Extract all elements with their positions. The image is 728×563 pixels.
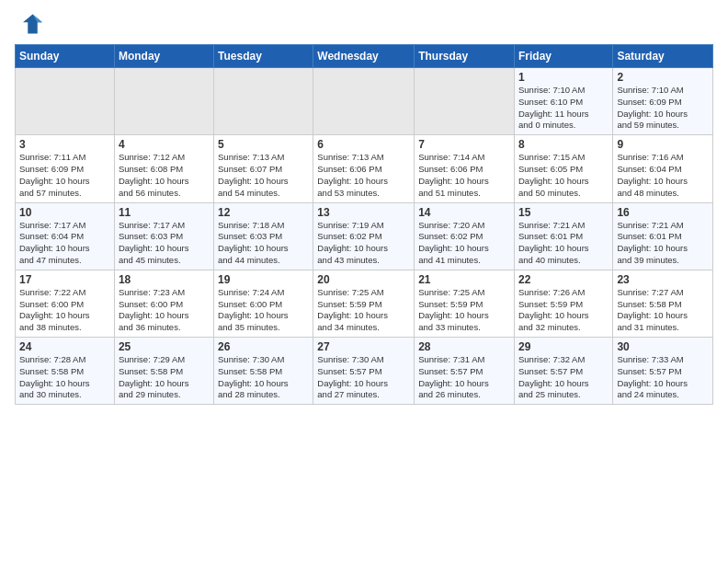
day-number: 25 (119, 340, 210, 353)
logo-icon (17, 11, 42, 37)
day-number: 24 (19, 340, 110, 353)
day-info: Sunrise: 7:10 AMSunset: 6:09 PMDaylight:… (617, 85, 709, 132)
calendar-cell: 23Sunrise: 7:27 AMSunset: 5:58 PMDayligh… (613, 270, 713, 337)
calendar-dow-saturday: Saturday (613, 45, 713, 68)
day-number: 3 (19, 138, 110, 151)
day-number: 23 (617, 273, 709, 286)
calendar-cell: 5Sunrise: 7:13 AMSunset: 6:07 PMDaylight… (214, 135, 313, 202)
calendar-cell: 20Sunrise: 7:25 AMSunset: 5:59 PMDayligh… (313, 270, 415, 337)
calendar-cell: 6Sunrise: 7:13 AMSunset: 6:06 PMDaylight… (313, 135, 415, 202)
day-info: Sunrise: 7:14 AMSunset: 6:06 PMDaylight:… (418, 152, 510, 199)
day-info: Sunrise: 7:31 AMSunset: 5:57 PMDaylight:… (418, 354, 510, 401)
calendar-header-row: SundayMondayTuesdayWednesdayThursdayFrid… (16, 45, 713, 68)
day-number: 18 (119, 273, 210, 286)
day-info: Sunrise: 7:27 AMSunset: 5:58 PMDaylight:… (617, 287, 709, 334)
calendar-dow-wednesday: Wednesday (313, 45, 415, 68)
day-info: Sunrise: 7:13 AMSunset: 6:06 PMDaylight:… (317, 152, 410, 199)
calendar-cell: 25Sunrise: 7:29 AMSunset: 5:58 PMDayligh… (114, 338, 213, 405)
calendar-cell: 12Sunrise: 7:18 AMSunset: 6:03 PMDayligh… (214, 202, 313, 270)
day-number: 22 (518, 273, 609, 286)
calendar-dow-thursday: Thursday (415, 45, 515, 68)
day-number: 1 (518, 71, 609, 84)
day-number: 19 (218, 273, 309, 286)
calendar-cell: 18Sunrise: 7:23 AMSunset: 6:00 PMDayligh… (114, 270, 213, 337)
day-number: 29 (518, 340, 609, 353)
day-info: Sunrise: 7:22 AMSunset: 6:00 PMDaylight:… (19, 287, 110, 334)
day-info: Sunrise: 7:32 AMSunset: 5:57 PMDaylight:… (518, 354, 609, 401)
calendar-cell: 9Sunrise: 7:16 AMSunset: 6:04 PMDaylight… (613, 135, 713, 202)
page-header (0, 0, 728, 44)
day-info: Sunrise: 7:11 AMSunset: 6:09 PMDaylight:… (19, 152, 110, 199)
day-info: Sunrise: 7:20 AMSunset: 6:02 PMDaylight:… (418, 220, 510, 267)
calendar-cell: 13Sunrise: 7:19 AMSunset: 6:02 PMDayligh… (313, 202, 415, 270)
day-info: Sunrise: 7:29 AMSunset: 5:58 PMDaylight:… (119, 354, 210, 401)
calendar-dow-friday: Friday (514, 45, 612, 68)
day-info: Sunrise: 7:12 AMSunset: 6:08 PMDaylight:… (119, 152, 210, 199)
day-number: 26 (218, 340, 309, 353)
calendar-cell: 4Sunrise: 7:12 AMSunset: 6:08 PMDaylight… (114, 135, 213, 202)
day-info: Sunrise: 7:13 AMSunset: 6:07 PMDaylight:… (218, 152, 309, 199)
calendar-cell (114, 68, 213, 135)
day-number: 30 (617, 340, 709, 353)
calendar-cell: 16Sunrise: 7:21 AMSunset: 6:01 PMDayligh… (613, 202, 713, 270)
day-number: 17 (19, 273, 110, 286)
calendar-cell: 3Sunrise: 7:11 AMSunset: 6:09 PMDaylight… (16, 135, 115, 202)
day-info: Sunrise: 7:23 AMSunset: 6:00 PMDaylight:… (119, 287, 210, 334)
day-number: 4 (119, 138, 210, 151)
calendar-cell: 19Sunrise: 7:24 AMSunset: 6:00 PMDayligh… (214, 270, 313, 337)
calendar-week-3: 10Sunrise: 7:17 AMSunset: 6:04 PMDayligh… (16, 202, 713, 270)
calendar-dow-monday: Monday (114, 45, 213, 68)
calendar-cell: 30Sunrise: 7:33 AMSunset: 5:57 PMDayligh… (613, 338, 713, 405)
day-info: Sunrise: 7:17 AMSunset: 6:03 PMDaylight:… (119, 220, 210, 267)
calendar-cell: 8Sunrise: 7:15 AMSunset: 6:05 PMDaylight… (514, 135, 612, 202)
calendar-cell: 15Sunrise: 7:21 AMSunset: 6:01 PMDayligh… (514, 202, 612, 270)
calendar-cell: 11Sunrise: 7:17 AMSunset: 6:03 PMDayligh… (114, 202, 213, 270)
calendar-cell: 1Sunrise: 7:10 AMSunset: 6:10 PMDaylight… (514, 68, 612, 135)
day-info: Sunrise: 7:10 AMSunset: 6:10 PMDaylight:… (518, 85, 609, 132)
calendar-week-5: 24Sunrise: 7:28 AMSunset: 5:58 PMDayligh… (16, 338, 713, 405)
day-number: 6 (317, 138, 410, 151)
calendar-cell (415, 68, 515, 135)
day-number: 11 (119, 206, 210, 219)
day-number: 2 (617, 71, 709, 84)
calendar-cell: 7Sunrise: 7:14 AMSunset: 6:06 PMDaylight… (415, 135, 515, 202)
day-number: 13 (317, 206, 410, 219)
calendar-week-4: 17Sunrise: 7:22 AMSunset: 6:00 PMDayligh… (16, 270, 713, 337)
calendar-cell (214, 68, 313, 135)
calendar-table: SundayMondayTuesdayWednesdayThursdayFrid… (15, 44, 713, 405)
day-number: 8 (518, 138, 609, 151)
calendar-cell: 28Sunrise: 7:31 AMSunset: 5:57 PMDayligh… (415, 338, 515, 405)
day-info: Sunrise: 7:15 AMSunset: 6:05 PMDaylight:… (518, 152, 609, 199)
day-number: 21 (418, 273, 510, 286)
day-info: Sunrise: 7:30 AMSunset: 5:58 PMDaylight:… (218, 354, 309, 401)
day-info: Sunrise: 7:28 AMSunset: 5:58 PMDaylight:… (19, 354, 110, 401)
day-number: 28 (418, 340, 510, 353)
day-number: 14 (418, 206, 510, 219)
calendar-cell: 22Sunrise: 7:26 AMSunset: 5:59 PMDayligh… (514, 270, 612, 337)
calendar-week-1: 1Sunrise: 7:10 AMSunset: 6:10 PMDaylight… (16, 68, 713, 135)
page-wrapper: SundayMondayTuesdayWednesdayThursdayFrid… (0, 0, 728, 412)
calendar-cell: 2Sunrise: 7:10 AMSunset: 6:09 PMDaylight… (613, 68, 713, 135)
day-number: 20 (317, 273, 410, 286)
day-info: Sunrise: 7:25 AMSunset: 5:59 PMDaylight:… (418, 287, 510, 334)
day-info: Sunrise: 7:25 AMSunset: 5:59 PMDaylight:… (317, 287, 410, 334)
day-info: Sunrise: 7:16 AMSunset: 6:04 PMDaylight:… (617, 152, 709, 199)
calendar-cell: 21Sunrise: 7:25 AMSunset: 5:59 PMDayligh… (415, 270, 515, 337)
day-info: Sunrise: 7:21 AMSunset: 6:01 PMDaylight:… (518, 220, 609, 267)
day-info: Sunrise: 7:26 AMSunset: 5:59 PMDaylight:… (518, 287, 609, 334)
calendar-cell: 29Sunrise: 7:32 AMSunset: 5:57 PMDayligh… (514, 338, 612, 405)
day-number: 7 (418, 138, 510, 151)
day-info: Sunrise: 7:17 AMSunset: 6:04 PMDaylight:… (19, 220, 110, 267)
day-info: Sunrise: 7:33 AMSunset: 5:57 PMDaylight:… (617, 354, 709, 401)
calendar-cell: 24Sunrise: 7:28 AMSunset: 5:58 PMDayligh… (16, 338, 115, 405)
calendar-cell (313, 68, 415, 135)
day-info: Sunrise: 7:19 AMSunset: 6:02 PMDaylight:… (317, 220, 410, 267)
day-number: 12 (218, 206, 309, 219)
calendar-dow-tuesday: Tuesday (214, 45, 313, 68)
calendar-week-2: 3Sunrise: 7:11 AMSunset: 6:09 PMDaylight… (16, 135, 713, 202)
calendar-dow-sunday: Sunday (16, 45, 115, 68)
day-number: 27 (317, 340, 410, 353)
calendar-wrapper: SundayMondayTuesdayWednesdayThursdayFrid… (0, 44, 728, 412)
calendar-cell (16, 68, 115, 135)
day-info: Sunrise: 7:21 AMSunset: 6:01 PMDaylight:… (617, 220, 709, 267)
